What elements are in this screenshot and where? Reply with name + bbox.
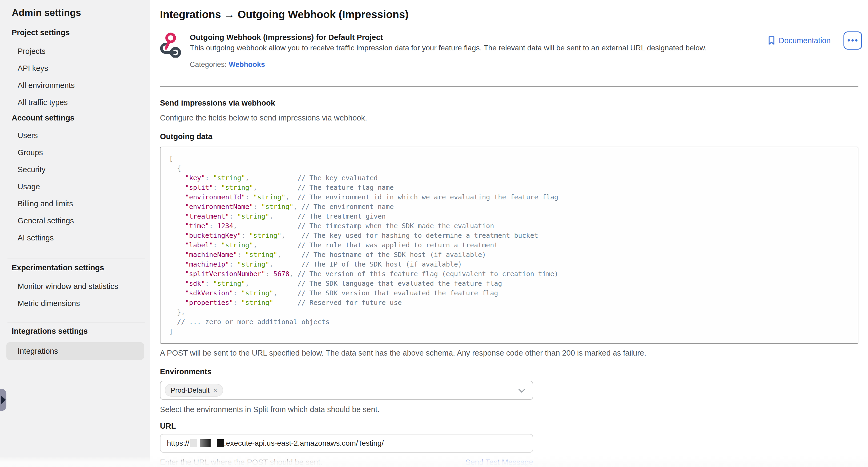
environments-help: Select the environments in Split from wh… (160, 404, 859, 415)
environments-label: Environments (160, 366, 859, 377)
sidebar-item-integrations[interactable]: Integrations (6, 342, 144, 360)
post-note: A POST will be sent to the URL specified… (160, 348, 859, 358)
integration-name: Outgoing Webhook (Impressions) for Defau… (190, 32, 707, 43)
documentation-link[interactable]: Documentation (768, 36, 831, 45)
integration-description: This outgoing webhook allow you to recei… (190, 43, 707, 53)
sidebar-expand-handle[interactable] (0, 388, 6, 411)
header-actions: Documentation ●●● (768, 31, 862, 50)
url-help: Enter the URL where the POST should be s… (160, 457, 322, 467)
sidebar-item-general-settings[interactable]: General settings (0, 212, 150, 229)
sidebar-item-all-traffic-types[interactable]: All traffic types (0, 94, 150, 111)
section-subtitle: Configure the fields below to send impre… (160, 113, 859, 123)
sidebar-item-security[interactable]: Security (0, 161, 150, 178)
page: Admin settings Project settings Projects… (0, 0, 868, 467)
sidebar-item-all-environments[interactable]: All environments (0, 77, 150, 94)
sidebar-section-integrations-settings: Integrations settings (0, 324, 150, 338)
sidebar-item-usage[interactable]: Usage (0, 178, 150, 195)
sidebar-section-project-settings: Project settings (0, 26, 150, 39)
integration-header: Outgoing Webhook (Impressions) for Defau… (160, 32, 859, 70)
environment-tag: Prod-Default × (165, 384, 223, 397)
url-value-suffix: .execute-api.us-east-2.amazonaws.com/Tes… (224, 439, 383, 447)
sidebar-item-users[interactable]: Users (0, 127, 150, 144)
chevron-down-icon (518, 388, 525, 393)
breadcrumb: Integrations → Outgoing Webhook (Impress… (160, 7, 859, 21)
webhook-logo-icon (160, 32, 181, 58)
bookmark-icon (768, 36, 775, 45)
sidebar-section-experimentation-settings: Experimentation settings (0, 261, 150, 275)
sidebar-item-metric-dimensions[interactable]: Metric dimensions (0, 295, 150, 312)
tag-remove-icon[interactable]: × (213, 387, 217, 394)
sidebar-item-groups[interactable]: Groups (0, 144, 150, 161)
sidebar-section-account-settings: Account settings (0, 111, 150, 125)
sidebar-divider (7, 258, 145, 259)
sidebar-item-api-keys[interactable]: API keys (0, 60, 150, 77)
redaction-block (200, 439, 211, 447)
integration-categories: Categories:Webhooks (190, 59, 707, 70)
main-content: Integrations → Outgoing Webhook (Impress… (150, 0, 868, 467)
sidebar-item-billing-and-limits[interactable]: Billing and limits (0, 195, 150, 212)
send-test-message-link[interactable]: Send Test Message (465, 458, 533, 467)
redaction-block (190, 439, 197, 447)
environments-select[interactable]: Prod-Default × (160, 381, 533, 400)
url-input[interactable]: https://.execute-api.us-east-2.amazonaws… (160, 434, 533, 453)
redaction-gap (211, 439, 217, 447)
section-title: Send impressions via webhook (160, 98, 859, 108)
sidebar: Admin settings Project settings Projects… (0, 0, 150, 467)
sidebar-item-projects[interactable]: Projects (0, 43, 150, 60)
outgoing-data-schema: [ { "key": "string", // The key evaluate… (160, 147, 859, 344)
redaction-block (217, 439, 224, 447)
sidebar-divider (7, 322, 145, 323)
more-options-button[interactable]: ●●● (843, 31, 862, 50)
header-divider (160, 86, 859, 87)
sidebar-item-ai-settings[interactable]: AI settings (0, 229, 150, 246)
url-value-prefix: https:// (167, 439, 189, 447)
url-footer-row: Enter the URL where the POST should be s… (160, 457, 533, 467)
sidebar-item-monitor-window[interactable]: Monitor window and statistics (0, 278, 150, 295)
sidebar-title: Admin settings (0, 6, 150, 19)
documentation-label: Documentation (779, 36, 831, 45)
category-link-webhooks[interactable]: Webhooks (229, 61, 265, 68)
categories-label: Categories: (190, 61, 226, 68)
environment-tag-label: Prod-Default (170, 386, 210, 395)
outgoing-data-label: Outgoing data (160, 131, 859, 142)
url-label: URL (160, 421, 859, 431)
caret-right-icon (1, 396, 6, 404)
